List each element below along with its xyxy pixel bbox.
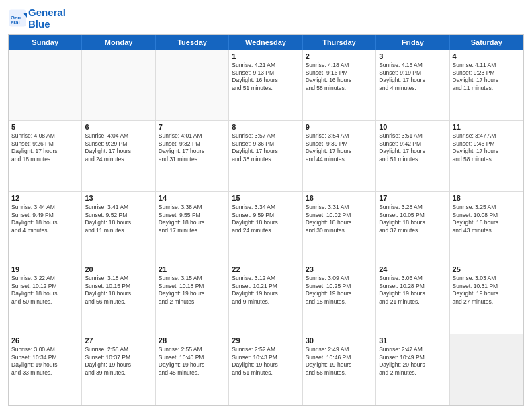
day-cell-30: 30Sunrise: 2:49 AMSunset: 10:46 PMDaylig… — [303, 334, 376, 405]
day-number: 25 — [453, 265, 521, 273]
day-info: Sunrise: 3:38 AMSunset: 9:55 PMDaylight:… — [159, 203, 226, 234]
day-number: 3 — [379, 52, 446, 60]
day-cell-15: 15Sunrise: 3:34 AMSunset: 9:59 PMDayligh… — [229, 192, 302, 263]
day-info: Sunrise: 4:08 AMSunset: 9:26 PMDaylight:… — [11, 132, 79, 163]
logo: Gen eral General Blue — [8, 7, 66, 30]
week-row-3: 12Sunrise: 3:44 AMSunset: 9:49 PMDayligh… — [9, 191, 523, 263]
day-cell-12: 12Sunrise: 3:44 AMSunset: 9:49 PMDayligh… — [9, 192, 82, 263]
day-cell-9: 9Sunrise: 3:54 AMSunset: 9:39 PMDaylight… — [303, 121, 376, 191]
day-cell-18: 18Sunrise: 3:25 AMSunset: 10:08 PMDaylig… — [450, 192, 523, 263]
svg-text:eral: eral — [11, 20, 20, 26]
day-cell-23: 23Sunrise: 3:09 AMSunset: 10:25 PMDaylig… — [303, 263, 376, 334]
day-number: 5 — [11, 123, 79, 131]
day-cell-14: 14Sunrise: 3:38 AMSunset: 9:55 PMDayligh… — [156, 192, 229, 263]
empty-cell — [82, 50, 155, 121]
day-of-week-thursday: Thursday — [303, 35, 376, 50]
day-info: Sunrise: 3:25 AMSunset: 10:08 PMDaylight… — [453, 203, 521, 234]
day-number: 29 — [232, 336, 299, 345]
day-number: 26 — [11, 336, 79, 345]
day-cell-24: 24Sunrise: 3:06 AMSunset: 10:28 PMDaylig… — [376, 263, 449, 334]
day-number: 21 — [159, 265, 226, 273]
empty-cell — [450, 334, 523, 405]
day-info: Sunrise: 3:09 AMSunset: 10:25 PMDaylight… — [306, 275, 373, 306]
day-number: 7 — [159, 123, 226, 131]
day-number: 15 — [232, 194, 299, 202]
day-cell-11: 11Sunrise: 3:47 AMSunset: 9:46 PMDayligh… — [450, 121, 523, 191]
day-cell-28: 28Sunrise: 2:55 AMSunset: 10:40 PMDaylig… — [156, 334, 229, 405]
day-of-week-saturday: Saturday — [450, 35, 523, 50]
day-info: Sunrise: 3:03 AMSunset: 10:31 PMDaylight… — [453, 275, 521, 306]
day-cell-7: 7Sunrise: 4:01 AMSunset: 9:32 PMDaylight… — [156, 121, 229, 191]
day-info: Sunrise: 3:47 AMSunset: 9:46 PMDaylight:… — [453, 132, 521, 163]
day-cell-5: 5Sunrise: 4:08 AMSunset: 9:26 PMDaylight… — [9, 121, 82, 191]
day-number: 1 — [232, 52, 299, 60]
day-number: 28 — [159, 336, 226, 345]
empty-cell — [9, 50, 82, 121]
day-of-week-monday: Monday — [82, 35, 155, 50]
day-info: Sunrise: 4:04 AMSunset: 9:29 PMDaylight:… — [85, 132, 152, 163]
day-number: 11 — [453, 123, 521, 131]
day-of-week-friday: Friday — [376, 35, 449, 50]
day-number: 6 — [85, 123, 152, 131]
day-number: 30 — [306, 336, 373, 345]
logo-general: General — [28, 7, 66, 18]
day-number: 13 — [85, 194, 152, 202]
day-cell-29: 29Sunrise: 2:52 AMSunset: 10:43 PMDaylig… — [229, 334, 302, 405]
day-number: 9 — [306, 123, 373, 131]
day-number: 10 — [379, 123, 446, 131]
day-info: Sunrise: 4:01 AMSunset: 9:32 PMDaylight:… — [159, 132, 226, 163]
day-info: Sunrise: 3:28 AMSunset: 10:05 PMDaylight… — [379, 203, 446, 234]
day-info: Sunrise: 2:55 AMSunset: 10:40 PMDaylight… — [159, 346, 226, 377]
week-row-2: 5Sunrise: 4:08 AMSunset: 9:26 PMDaylight… — [9, 120, 523, 191]
calendar-header: SundayMondayTuesdayWednesdayThursdayFrid… — [9, 35, 523, 50]
day-cell-17: 17Sunrise: 3:28 AMSunset: 10:05 PMDaylig… — [376, 192, 449, 263]
day-info: Sunrise: 3:34 AMSunset: 9:59 PMDaylight:… — [232, 203, 299, 234]
day-info: Sunrise: 3:54 AMSunset: 9:39 PMDaylight:… — [306, 132, 373, 163]
day-cell-10: 10Sunrise: 3:51 AMSunset: 9:42 PMDayligh… — [376, 121, 449, 191]
day-info: Sunrise: 4:21 AMSunset: 9:13 PMDaylight:… — [232, 62, 299, 93]
page: Gen eral General Blue SundayMondayTuesda… — [0, 0, 532, 411]
day-number: 20 — [85, 265, 152, 273]
week-row-4: 19Sunrise: 3:22 AMSunset: 10:12 PMDaylig… — [9, 263, 523, 334]
day-number: 24 — [379, 265, 446, 273]
day-number: 19 — [11, 265, 79, 273]
day-cell-22: 22Sunrise: 3:12 AMSunset: 10:21 PMDaylig… — [229, 263, 302, 334]
day-info: Sunrise: 3:22 AMSunset: 10:12 PMDaylight… — [11, 275, 79, 306]
logo-blue: Blue — [28, 18, 50, 30]
day-cell-13: 13Sunrise: 3:41 AMSunset: 9:52 PMDayligh… — [82, 192, 155, 263]
day-info: Sunrise: 4:18 AMSunset: 9:16 PMDaylight:… — [306, 62, 373, 93]
day-cell-16: 16Sunrise: 3:31 AMSunset: 10:02 PMDaylig… — [303, 192, 376, 263]
day-number: 4 — [453, 52, 521, 60]
day-of-week-tuesday: Tuesday — [156, 35, 229, 50]
day-cell-20: 20Sunrise: 3:18 AMSunset: 10:15 PMDaylig… — [82, 263, 155, 334]
logo-icon: Gen eral — [8, 9, 27, 28]
day-cell-1: 1Sunrise: 4:21 AMSunset: 9:13 PMDaylight… — [229, 50, 302, 121]
day-cell-27: 27Sunrise: 2:58 AMSunset: 10:37 PMDaylig… — [82, 334, 155, 405]
day-info: Sunrise: 2:47 AMSunset: 10:49 PMDaylight… — [379, 346, 446, 377]
week-row-5: 26Sunrise: 3:00 AMSunset: 10:34 PMDaylig… — [9, 334, 523, 405]
day-info: Sunrise: 2:49 AMSunset: 10:46 PMDaylight… — [306, 346, 373, 377]
day-cell-31: 31Sunrise: 2:47 AMSunset: 10:49 PMDaylig… — [376, 334, 449, 405]
day-info: Sunrise: 3:57 AMSunset: 9:36 PMDaylight:… — [232, 132, 299, 163]
day-info: Sunrise: 3:06 AMSunset: 10:28 PMDaylight… — [379, 275, 446, 306]
day-number: 23 — [306, 265, 373, 273]
day-info: Sunrise: 2:52 AMSunset: 10:43 PMDaylight… — [232, 346, 299, 377]
day-number: 8 — [232, 123, 299, 131]
day-number: 16 — [306, 194, 373, 202]
day-cell-3: 3Sunrise: 4:15 AMSunset: 9:19 PMDaylight… — [376, 50, 449, 121]
day-cell-4: 4Sunrise: 4:11 AMSunset: 9:23 PMDaylight… — [450, 50, 523, 121]
day-number: 22 — [232, 265, 299, 273]
day-info: Sunrise: 3:41 AMSunset: 9:52 PMDaylight:… — [85, 203, 152, 234]
day-cell-25: 25Sunrise: 3:03 AMSunset: 10:31 PMDaylig… — [450, 263, 523, 334]
day-info: Sunrise: 3:15 AMSunset: 10:18 PMDaylight… — [159, 275, 226, 306]
day-cell-21: 21Sunrise: 3:15 AMSunset: 10:18 PMDaylig… — [156, 263, 229, 334]
day-number: 17 — [379, 194, 446, 202]
logo-text: General Blue — [28, 7, 66, 30]
empty-cell — [156, 50, 229, 121]
day-info: Sunrise: 3:51 AMSunset: 9:42 PMDaylight:… — [379, 132, 446, 163]
day-cell-19: 19Sunrise: 3:22 AMSunset: 10:12 PMDaylig… — [9, 263, 82, 334]
day-info: Sunrise: 3:31 AMSunset: 10:02 PMDaylight… — [306, 203, 373, 234]
day-of-week-wednesday: Wednesday — [229, 35, 302, 50]
day-number: 12 — [11, 194, 79, 202]
day-info: Sunrise: 3:00 AMSunset: 10:34 PMDaylight… — [11, 346, 79, 377]
